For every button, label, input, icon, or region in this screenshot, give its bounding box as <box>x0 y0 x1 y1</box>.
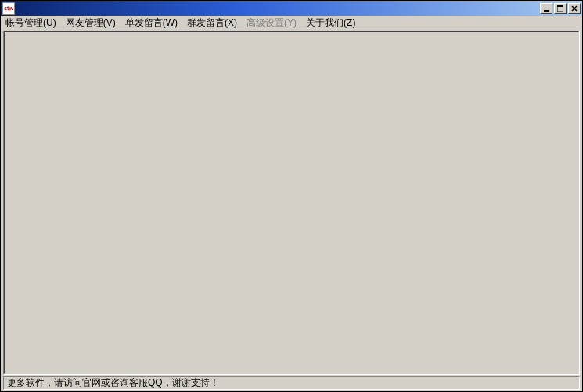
menu-item-5[interactable]: 关于我们(Z) <box>301 16 360 31</box>
menu-item-label: 关于我们 <box>306 17 344 28</box>
maximize-button[interactable] <box>554 3 567 14</box>
statusbar: 更多软件，请访问官网或咨询客服QQ，谢谢支持！ <box>1 376 582 391</box>
app-icon-label: stw <box>4 5 13 11</box>
menu-item-label: 单发留言 <box>125 17 163 28</box>
close-icon <box>571 5 578 12</box>
menu-item-accel: Z <box>347 17 352 28</box>
client-area <box>3 31 580 375</box>
menu-item-label: 群发留言 <box>187 17 225 28</box>
menu-item-accel: V <box>106 17 113 28</box>
menu-item-3[interactable]: 群发留言(X) <box>182 16 242 31</box>
svg-rect-2 <box>557 5 563 7</box>
menu-item-1[interactable]: 网友管理(V) <box>61 16 121 31</box>
maximize-icon <box>557 5 563 12</box>
menu-item-label: 帐号管理 <box>5 17 43 28</box>
menu-item-accel: U <box>46 17 53 28</box>
close-button[interactable] <box>568 3 581 14</box>
menu-item-label: 网友管理 <box>66 17 103 28</box>
minimize-button[interactable] <box>540 3 552 14</box>
menu-item-4: 高级设置(Y) <box>242 16 301 31</box>
app-window: stw 帐号管理(U)网友管理(V)单发留言(W)群发留言(X)高级设置(Y)关… <box>0 0 583 392</box>
menu-item-2[interactable]: 单发留言(W) <box>121 16 182 31</box>
menubar: 帐号管理(U)网友管理(V)单发留言(W)群发留言(X)高级设置(Y)关于我们(… <box>1 16 582 30</box>
menu-item-label: 高级设置 <box>247 17 284 28</box>
status-text: 更多软件，请访问官网或咨询客服QQ，谢谢支持！ <box>3 376 580 390</box>
menu-item-accel: X <box>228 17 234 28</box>
titlebar[interactable]: stw <box>1 1 582 16</box>
svg-rect-0 <box>544 10 549 12</box>
menu-item-accel: W <box>166 17 175 28</box>
menu-item-0[interactable]: 帐号管理(U) <box>1 16 61 31</box>
app-icon: stw <box>2 2 15 15</box>
menu-item-accel: Y <box>287 17 293 28</box>
minimize-icon <box>543 5 549 12</box>
window-controls <box>538 3 581 14</box>
content-pane <box>4 31 579 374</box>
